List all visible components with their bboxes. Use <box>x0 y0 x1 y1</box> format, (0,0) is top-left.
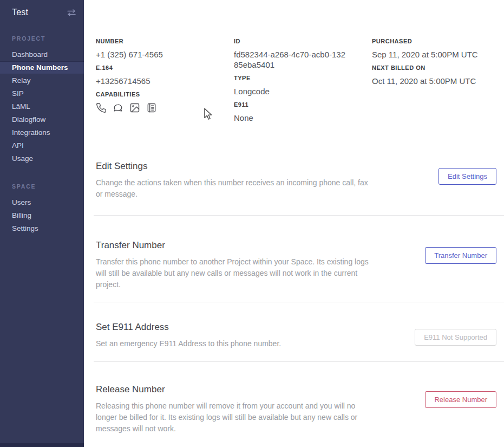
section-transfer-number: Transfer Number Transfer this phone numb… <box>96 239 496 290</box>
purchased-label: PURCHASED <box>372 37 502 45</box>
sidebar-item-settings[interactable]: Settings <box>0 222 84 235</box>
field-id: ID fd582344-a268-4c70-acb0-13285eba5401 <box>234 37 369 70</box>
sidebar-item-sip[interactable]: SIP <box>0 87 84 100</box>
sidebar-section-space-label: SPACE <box>12 183 84 190</box>
field-next-billed: NEXT BILLED ON Oct 11, 2020 at 5:00PM UT… <box>372 64 502 86</box>
e911-value: None <box>234 113 369 123</box>
sidebar-bottom-strip <box>0 443 84 447</box>
field-e911: E911 None <box>234 101 369 123</box>
swap-arrows-icon[interactable] <box>67 9 76 16</box>
sidebar-item-relay[interactable]: Relay <box>0 74 84 87</box>
section-edit-settings: Edit Settings Change the actions taken w… <box>96 160 496 200</box>
sidebar-item-billing[interactable]: Billing <box>0 209 84 222</box>
edit-settings-description: Change the actions taken when this numbe… <box>96 177 375 200</box>
e911-not-supported-button: E911 Not Supported <box>415 329 496 346</box>
sidebar-item-api[interactable]: API <box>0 139 84 152</box>
number-value: +1 (325) 671-4565 <box>96 49 231 60</box>
type-label: TYPE <box>234 74 369 82</box>
sidebar-section-project-label: PROJECT <box>12 35 84 42</box>
sidebar-item-users[interactable]: Users <box>0 196 84 209</box>
e164-label: E.164 <box>96 64 231 72</box>
sidebar-item-integrations[interactable]: Integrations <box>0 126 84 139</box>
capabilities-label: CAPABILITIES <box>96 90 231 98</box>
divider <box>94 302 504 302</box>
info-column-number: NUMBER +1 (325) 671-4565 E.164 +13256714… <box>96 37 231 118</box>
type-value: Longcode <box>234 86 369 96</box>
transfer-number-button[interactable]: Transfer Number <box>425 247 496 264</box>
id-value: fd582344-a268-4c70-acb0-13285eba5401 <box>234 49 348 70</box>
edit-settings-button[interactable]: Edit Settings <box>438 168 496 185</box>
sidebar: Test PROJECT Dashboard Phone Numbers Rel… <box>0 0 84 447</box>
sidebar-project-nav: Dashboard Phone Numbers Relay SIP LāML D… <box>0 48 84 165</box>
number-label: NUMBER <box>96 37 231 45</box>
section-release-number: Release Number Releasing this phone numb… <box>96 384 496 435</box>
sidebar-item-dialogflow[interactable]: Dialogflow <box>0 113 84 126</box>
release-number-button[interactable]: Release Number <box>425 391 496 408</box>
sidebar-space-nav: Users Billing Settings <box>0 196 84 235</box>
sidebar-item-phone-numbers[interactable]: Phone Numbers <box>0 61 84 74</box>
edit-settings-title: Edit Settings <box>96 160 496 172</box>
next-billed-label: NEXT BILLED ON <box>372 64 502 72</box>
fax-icon <box>146 102 157 113</box>
field-e164: E.164 +13256714565 <box>96 64 231 86</box>
sidebar-item-laml[interactable]: LāML <box>0 100 84 113</box>
section-set-e911: Set E911 Address Set an emergency E911 A… <box>96 321 496 349</box>
purchased-value: Sep 11, 2020 at 5:00PM UTC <box>372 49 502 60</box>
info-column-billing: PURCHASED Sep 11, 2020 at 5:00PM UTC NEX… <box>372 37 502 90</box>
field-purchased: PURCHASED Sep 11, 2020 at 5:00PM UTC <box>372 37 502 60</box>
field-number: NUMBER +1 (325) 671-4565 <box>96 37 231 60</box>
divider <box>94 215 504 216</box>
mms-icon <box>129 102 140 113</box>
divider <box>94 361 504 362</box>
e911-label: E911 <box>234 101 369 108</box>
space-name: Test <box>12 8 28 17</box>
e164-value: +13256714565 <box>96 76 231 86</box>
field-type: TYPE Longcode <box>234 74 369 96</box>
set-e911-description: Set an emergency E911 Address to this ph… <box>96 338 375 349</box>
phone-number-detail-page: NUMBER +1 (325) 671-4565 E.164 +13256714… <box>84 0 504 447</box>
transfer-number-description: Transfer this phone number to another Pr… <box>96 256 375 290</box>
field-capabilities: CAPABILITIES <box>96 90 231 113</box>
capabilities-icons <box>96 102 231 113</box>
next-billed-value: Oct 11, 2020 at 5:00PM UTC <box>372 76 502 86</box>
id-label: ID <box>234 37 369 45</box>
sms-icon <box>113 102 123 113</box>
release-number-description: Releasing this phone number will remove … <box>96 400 375 435</box>
info-column-id: ID fd582344-a268-4c70-acb0-13285eba5401 … <box>234 37 369 127</box>
sidebar-item-dashboard[interactable]: Dashboard <box>0 48 84 61</box>
voice-icon <box>96 102 107 113</box>
sidebar-header: Test <box>0 0 84 17</box>
sidebar-item-usage[interactable]: Usage <box>0 152 84 165</box>
